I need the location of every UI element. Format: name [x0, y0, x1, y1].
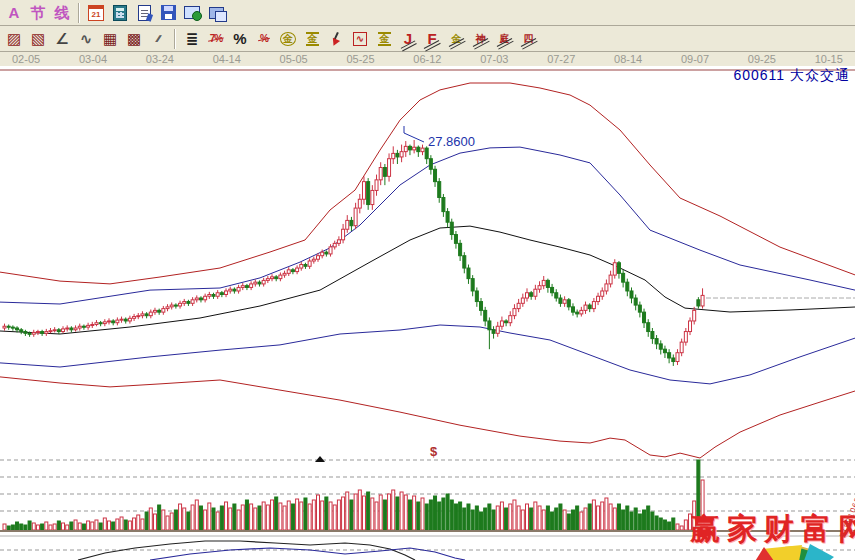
- gold-slash-tool-icon[interactable]: 金: [445, 28, 467, 50]
- notepad-icon[interactable]: [133, 2, 155, 24]
- seven-percent-strike-tool-icon[interactable]: 7%: [205, 28, 227, 50]
- candle: [87, 325, 90, 327]
- hatch-box-tool-icon[interactable]: ▨: [3, 28, 25, 50]
- chart-canvas[interactable]: $ 600611 大众交通 27.8600 赢家财富网 51891068: [0, 66, 855, 560]
- volume-bar: [571, 510, 574, 530]
- candle: [183, 302, 186, 304]
- remote-pc-icon[interactable]: [205, 2, 227, 24]
- candle: [371, 190, 374, 204]
- parallel-lines-tool-icon[interactable]: ∕∕∕: [147, 28, 169, 50]
- grid-arrow-tool-icon[interactable]: ▩: [123, 28, 145, 50]
- gann-f-tool-icon[interactable]: F: [421, 28, 443, 50]
- volume-bar: [321, 501, 324, 530]
- candle: [66, 328, 69, 329]
- save-icon[interactable]: [157, 2, 179, 24]
- volume-bar: [634, 508, 637, 530]
- candle: [626, 282, 629, 291]
- volume-bar: [266, 505, 269, 530]
- pinwheel-logo-icon: [750, 543, 850, 560]
- volume-bar: [413, 496, 416, 530]
- volume-bar: [509, 504, 512, 530]
- candle: [429, 159, 432, 170]
- candle: [342, 229, 345, 240]
- candle: [120, 319, 123, 320]
- percent-lines-tool-icon-glyph: %: [260, 34, 268, 44]
- candle: [325, 252, 328, 254]
- network-icon[interactable]: [181, 2, 203, 24]
- grid-arrow-tool-icon-glyph: ▩: [127, 31, 141, 46]
- shade-box-tool-icon[interactable]: ▧: [27, 28, 49, 50]
- ruler-bars-tool-icon[interactable]: ≣: [181, 28, 203, 50]
- percent-tool-icon[interactable]: %: [229, 28, 251, 50]
- percent-lines-tool-icon[interactable]: %: [253, 28, 275, 50]
- volume-bar: [333, 505, 336, 530]
- zigzag-tool-icon[interactable]: ∿: [75, 28, 97, 50]
- candle: [195, 298, 198, 300]
- candle: [559, 298, 562, 303]
- candle: [174, 305, 177, 306]
- grid-tool-icon[interactable]: ▦: [99, 28, 121, 50]
- gold-lines-tool-icon[interactable]: 金: [301, 28, 323, 50]
- candle: [555, 293, 558, 298]
- candle: [74, 328, 77, 330]
- volume-bar: [254, 508, 257, 530]
- volume-bar: [680, 526, 683, 530]
- candle: [149, 312, 152, 316]
- volume-bar: [450, 500, 453, 530]
- volume-bar: [128, 521, 131, 530]
- save-icon-glyph: [161, 5, 176, 20]
- volume-bar: [480, 512, 483, 530]
- volume-bar: [534, 502, 537, 530]
- brush-tool-icon[interactable]: [325, 28, 347, 50]
- volume-bar: [103, 518, 106, 530]
- volume-bar: [379, 495, 382, 530]
- volume-bar: [241, 505, 244, 530]
- volume-bar: [362, 496, 365, 530]
- gold-lines-tool-icon-glyph: 金: [308, 34, 317, 44]
- wave-box-tool-icon[interactable]: ∿: [349, 28, 371, 50]
- candle: [647, 323, 650, 332]
- date-label: 02-05: [12, 53, 40, 65]
- volume-bar: [183, 508, 186, 530]
- candle: [655, 339, 658, 344]
- ting-slash-tool-icon[interactable]: 庭: [493, 28, 515, 50]
- gold-circle-tool-icon[interactable]: 金: [277, 28, 299, 50]
- volume-bar: [546, 506, 549, 530]
- line-mode-icon[interactable]: 线: [51, 2, 73, 24]
- volume-bar: [454, 504, 457, 530]
- volume-bar: [145, 512, 148, 530]
- candle: [204, 296, 207, 300]
- candle: [388, 159, 391, 177]
- candle: [187, 302, 190, 304]
- volume-bar: [542, 510, 545, 530]
- stock-pick-icon[interactable]: A: [3, 2, 25, 24]
- festival-tool-icon[interactable]: 节: [27, 2, 49, 24]
- candle: [567, 300, 570, 307]
- gold-band-tool-icon[interactable]: 金: [373, 28, 395, 50]
- candle: [145, 314, 148, 316]
- gann-j-tool-icon[interactable]: J: [397, 28, 419, 50]
- volume-bar: [225, 502, 228, 530]
- candle: [551, 287, 554, 292]
- candle: [312, 259, 315, 261]
- candle: [212, 295, 215, 297]
- shen-slash-tool-icon[interactable]: 神: [469, 28, 491, 50]
- gold-circle-tool-icon-glyph: 金: [280, 32, 296, 46]
- calendar-icon[interactable]: 21: [85, 2, 107, 24]
- lower_red-band-line: [0, 377, 855, 458]
- si-slash-tool-icon[interactable]: 四: [517, 28, 539, 50]
- candle: [162, 309, 165, 313]
- candle: [396, 153, 399, 157]
- upper_blue-band-line: [0, 147, 855, 304]
- candle: [400, 152, 403, 157]
- volume-bar: [53, 524, 56, 530]
- trend-line-tool-icon[interactable]: ∠: [51, 28, 73, 50]
- calculator-icon[interactable]: [109, 2, 131, 24]
- candle: [571, 307, 574, 312]
- volume-bar: [245, 500, 248, 530]
- candle: [459, 243, 462, 255]
- volume-bar: [617, 504, 620, 530]
- candle: [137, 316, 140, 317]
- remote-pc-icon-glyph: [209, 7, 224, 19]
- volume-bar: [559, 504, 562, 530]
